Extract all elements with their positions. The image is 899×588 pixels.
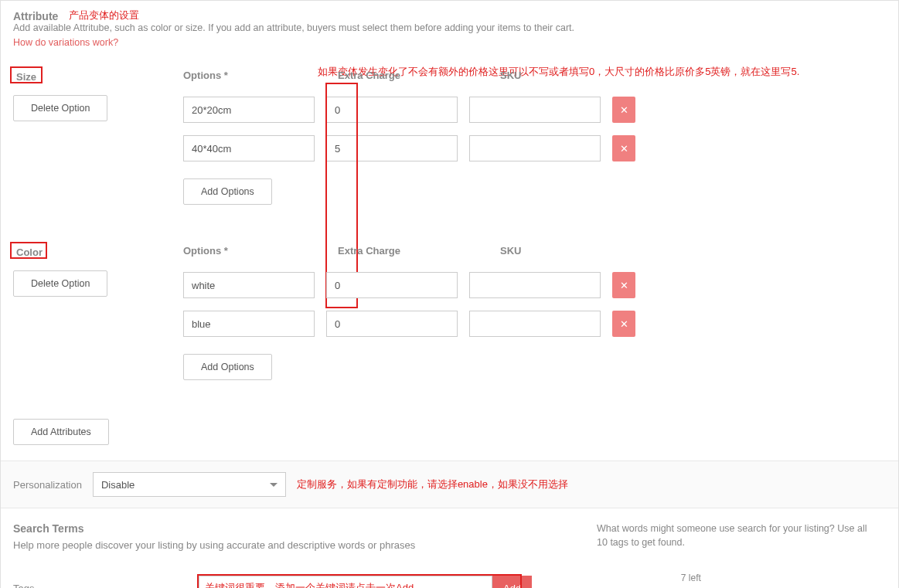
attribute-group-color: Color Delete Option Options * Extra Char…	[13, 245, 886, 380]
sku-input[interactable]	[469, 97, 601, 123]
personalization-select[interactable]: Disable	[93, 472, 286, 497]
option-row: ✕	[183, 272, 635, 304]
annotation-box-color	[10, 242, 47, 259]
option-input[interactable]	[183, 97, 315, 123]
tags-label: Tags	[13, 583, 183, 589]
attribute-section: Attribute 产品变体的设置 Add available Attritub…	[1, 1, 898, 461]
remove-row-button[interactable]: ✕	[612, 311, 635, 337]
add-tag-button[interactable]: Add	[492, 576, 532, 588]
annotation-personalization: 定制服务，如果有定制功能，请选择enable，如果没不用选择	[297, 478, 568, 491]
tags-left-count: 7 left	[681, 573, 863, 583]
col-sku: SKU	[500, 245, 632, 257]
remove-row-button[interactable]: ✕	[612, 272, 635, 298]
remove-row-button[interactable]: ✕	[612, 135, 635, 161]
sku-input[interactable]	[469, 272, 601, 298]
extra-charge-input[interactable]	[326, 272, 458, 298]
option-row: ✕	[183, 97, 635, 129]
delete-option-button[interactable]: Delete Option	[13, 95, 107, 121]
close-icon: ✕	[620, 143, 628, 155]
sku-input[interactable]	[469, 135, 601, 161]
remove-row-button[interactable]: ✕	[612, 97, 635, 123]
option-row: ✕	[183, 311, 635, 343]
attribute-desc: Add available Attritube, such as color o…	[13, 22, 886, 33]
sku-input[interactable]	[469, 311, 601, 337]
search-terms-help: What words might someone use search for …	[597, 522, 875, 549]
close-icon: ✕	[620, 104, 628, 116]
col-extra-charge: Extra Charge	[338, 245, 489, 257]
delete-option-button[interactable]: Delete Option	[13, 270, 107, 297]
attribute-title: Attribute	[13, 10, 58, 22]
close-icon: ✕	[620, 318, 628, 330]
add-options-button[interactable]: Add Options	[183, 354, 272, 380]
tags-chips: 7 left beautif...✕ large✕ white✕	[681, 573, 863, 588]
variations-help-link[interactable]: How do variations work?	[13, 37, 118, 48]
attribute-group-size: Size Delete Option Options * Extra Charg…	[13, 70, 886, 205]
col-extra-charge: Extra Charge	[338, 70, 489, 81]
annotation-attr-title: 产品变体的设置	[69, 8, 139, 22]
close-icon: ✕	[620, 280, 628, 291]
personalization-value: Disable	[101, 479, 135, 491]
add-attributes-button[interactable]: Add Attributes	[13, 419, 109, 445]
annotation-box-size	[10, 66, 43, 83]
option-input[interactable]	[183, 311, 315, 337]
option-input[interactable]	[183, 135, 315, 161]
personalization-label: Personalization	[13, 479, 82, 491]
tags-input[interactable]	[199, 576, 492, 588]
extra-charge-input[interactable]	[326, 311, 458, 337]
col-sku: SKU	[500, 70, 632, 81]
search-terms-section: Search Terms Help more people discover y…	[1, 508, 898, 588]
col-options: Options *	[183, 70, 326, 81]
col-options: Options *	[183, 245, 326, 257]
personalization-section: Personalization Disable 定制服务，如果有定制功能，请选择…	[1, 461, 898, 508]
add-options-button[interactable]: Add Options	[183, 178, 272, 205]
option-input[interactable]	[183, 272, 315, 298]
option-row: ✕	[183, 135, 635, 168]
